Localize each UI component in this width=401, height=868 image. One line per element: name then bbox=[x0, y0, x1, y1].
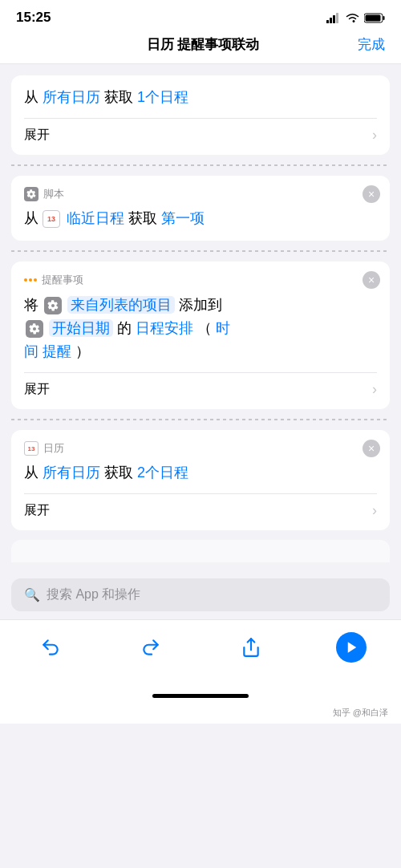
wifi-icon bbox=[346, 13, 359, 23]
signal-icon bbox=[326, 13, 341, 23]
card3-paren-open: （ bbox=[197, 320, 216, 336]
card4-expand-row: 展开 › bbox=[24, 493, 377, 519]
search-icon: 🔍 bbox=[24, 587, 40, 602]
card4-source[interactable]: 所有日历 bbox=[43, 464, 100, 481]
card1-expand-row: 展开 › bbox=[24, 118, 377, 144]
calendar-icon: 13 bbox=[24, 441, 38, 456]
home-indicator bbox=[0, 689, 401, 701]
card3-header-label: 提醒事项 bbox=[42, 273, 83, 287]
gear-icon bbox=[24, 187, 38, 201]
card3-chevron-icon: › bbox=[372, 381, 377, 398]
card4-count[interactable]: 2个日程 bbox=[137, 464, 188, 481]
card3-text: 将 来自列表的项目 添加到 开始日期 的 日程安排 （ 时 间 bbox=[24, 294, 377, 363]
card1-text: 从 所有日历 获取 1个日程 bbox=[24, 87, 377, 108]
card-calendar-1: 从 所有日历 获取 1个日程 展开 › bbox=[11, 75, 390, 155]
card3-header: 提醒事项 bbox=[24, 273, 377, 287]
gear-inline-icon bbox=[44, 297, 62, 314]
card3-source-item[interactable]: 来自列表的项目 bbox=[67, 296, 175, 314]
card2-header: 脚本 bbox=[24, 187, 377, 201]
card1-source[interactable]: 所有日历 bbox=[43, 89, 100, 105]
gear-inline-icon-2 bbox=[26, 320, 43, 338]
card4-close-button[interactable]: × bbox=[363, 440, 380, 457]
svg-rect-2 bbox=[333, 15, 335, 23]
status-bar: 15:25 bbox=[0, 0, 401, 29]
card4-expand-label[interactable]: 展开 bbox=[24, 502, 50, 519]
battery-icon bbox=[364, 13, 385, 23]
card3-jiang: 将 bbox=[24, 297, 43, 313]
content: 从 所有日历 获取 1个日程 展开 › 脚本 × 从 13 临近日程 获取 bbox=[0, 75, 401, 562]
card3-schedule[interactable]: 日程安排 bbox=[136, 320, 193, 336]
home-bar bbox=[152, 694, 249, 698]
svg-rect-1 bbox=[330, 18, 332, 23]
bottom-toolbar bbox=[0, 619, 401, 689]
card3-add: 添加到 bbox=[179, 297, 222, 313]
status-time: 15:25 bbox=[16, 10, 51, 26]
card3-time2[interactable]: 间 bbox=[24, 343, 38, 359]
dots-icon bbox=[24, 278, 37, 282]
card2-text: 从 13 临近日程 获取 第一项 bbox=[24, 208, 377, 229]
separator-3 bbox=[11, 419, 390, 420]
separator-2 bbox=[11, 250, 390, 252]
search-bar[interactable]: 🔍 搜索 App 和操作 bbox=[11, 578, 390, 611]
card3-expand-row: 展开 › bbox=[24, 372, 377, 398]
undo-button[interactable] bbox=[33, 630, 68, 665]
card2-item[interactable]: 第一项 bbox=[161, 210, 205, 226]
status-icons bbox=[326, 13, 385, 23]
card4-middle: 获取 bbox=[104, 464, 137, 481]
svg-rect-3 bbox=[336, 13, 338, 23]
card1-count[interactable]: 1个日程 bbox=[137, 89, 188, 105]
card2-source[interactable]: 临近日程 bbox=[67, 210, 124, 226]
card3-paren-close: ） bbox=[75, 343, 90, 359]
card4-text: 从 所有日历 获取 2个日程 bbox=[24, 462, 377, 484]
nav-title: 日历 提醒事项联动 bbox=[147, 35, 260, 54]
card-script: 脚本 × 从 13 临近日程 获取 第一项 bbox=[11, 176, 390, 241]
play-button[interactable] bbox=[334, 630, 369, 665]
card3-of: 的 bbox=[117, 320, 136, 336]
card4-chevron-icon: › bbox=[372, 502, 377, 519]
card3-start-date[interactable]: 开始日期 bbox=[49, 319, 113, 337]
card2-close-button[interactable]: × bbox=[363, 185, 380, 203]
card3-close-button[interactable]: × bbox=[363, 271, 380, 289]
card4-header-label: 日历 bbox=[43, 441, 64, 456]
redo-button[interactable] bbox=[133, 630, 168, 665]
search-bar-container: 🔍 搜索 App 和操作 bbox=[0, 570, 401, 619]
separator-1 bbox=[11, 164, 390, 166]
watermark-text: 知乎 @和白泽 bbox=[333, 708, 388, 717]
card4-prefix: 从 bbox=[24, 464, 43, 481]
card2-prefix: 从 bbox=[24, 210, 43, 226]
svg-marker-8 bbox=[348, 643, 357, 654]
card1-expand-label[interactable]: 展开 bbox=[24, 127, 50, 144]
share-button[interactable] bbox=[233, 630, 269, 665]
done-button[interactable]: 完成 bbox=[358, 35, 385, 54]
card3-time[interactable]: 时 bbox=[216, 320, 230, 336]
svg-rect-5 bbox=[383, 16, 385, 20]
card3-expand-label[interactable]: 展开 bbox=[24, 381, 50, 398]
card3-reminder-text[interactable]: 提醒 bbox=[43, 343, 71, 359]
card2-header-label: 脚本 bbox=[43, 187, 64, 201]
play-btn-circle[interactable] bbox=[336, 632, 367, 663]
card-reminder: 提醒事项 × 将 来自列表的项目 添加到 开始日期 的 日程安排 （ 时 bbox=[11, 262, 390, 409]
card1-middle: 获取 bbox=[104, 89, 137, 105]
watermark-container: 知乎 @和白泽 bbox=[0, 701, 401, 724]
nav-bar: 日历 提醒事项联动 完成 bbox=[0, 29, 401, 64]
calendar-num-icon: 13 bbox=[43, 210, 60, 228]
search-input[interactable]: 搜索 App 和操作 bbox=[47, 586, 140, 603]
card4-header: 13 日历 bbox=[24, 441, 377, 456]
card-calendar-2: 13 日历 × 从 所有日历 获取 2个日程 展开 › bbox=[11, 430, 390, 530]
svg-rect-6 bbox=[366, 14, 381, 21]
card1-prefix: 从 bbox=[24, 89, 43, 105]
card-partial bbox=[11, 540, 390, 562]
card2-middle: 获取 bbox=[128, 210, 161, 226]
svg-rect-0 bbox=[326, 20, 329, 23]
card1-chevron-icon: › bbox=[372, 127, 377, 144]
